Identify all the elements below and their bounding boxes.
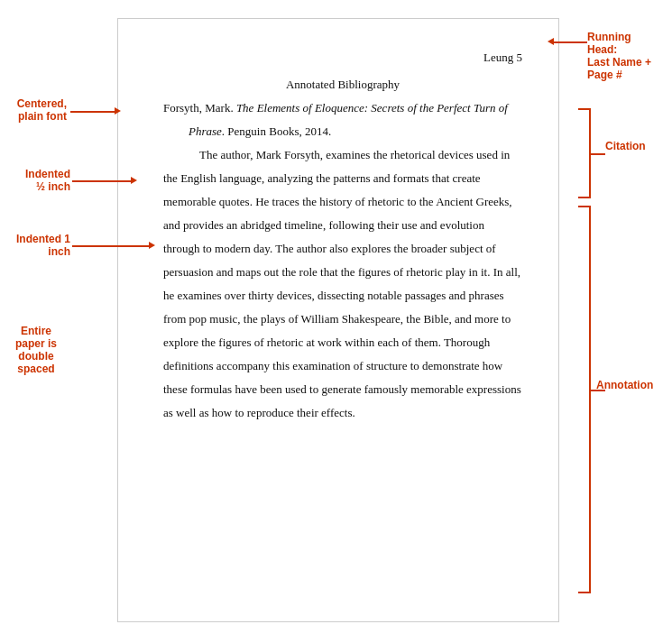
citation-block: Forsyth, Mark. The Elements of Eloquence… <box>163 96 522 143</box>
page-title: Annotated Bibliography <box>163 73 522 96</box>
label-double-spaced: Entire paper is double spaced <box>0 325 72 375</box>
label-annotation: Annotation <box>596 379 668 391</box>
citation-author: Forsyth, Mark. The Elements of Eloquence… <box>163 101 508 115</box>
arrowhead-indented-1 <box>149 242 155 249</box>
label-indented-1: Indented 1 inch <box>2 233 70 258</box>
running-head: Leung 5 <box>163 46 522 69</box>
arrow-indented-1 <box>72 245 152 247</box>
arrowhead-running-head <box>548 38 554 45</box>
annotation-block: The author, Mark Forsyth, examines the r… <box>163 143 522 425</box>
document-page: Leung 5 Annotated Bibliography Forsyth, … <box>117 18 559 622</box>
line-annotation <box>591 390 605 391</box>
running-head-text: Leung 5 <box>483 46 522 69</box>
arrowhead-centered <box>115 107 121 115</box>
arrow-running-head <box>551 41 587 43</box>
label-citation: Citation <box>605 140 668 152</box>
label-running-head: Running Head: Last Name + Page # <box>587 31 668 81</box>
citation-bracket <box>578 108 591 198</box>
line-citation <box>591 153 605 155</box>
citation-title-cont: Phrase. Penguin Books, 2014. <box>189 124 331 138</box>
label-indented-half: Indented ½ inch <box>0 168 70 193</box>
arrow-centered <box>70 111 117 113</box>
arrowhead-indented-half <box>131 177 137 184</box>
annotation-bracket <box>578 206 591 593</box>
label-centered: Centered, plain font <box>4 97 67 123</box>
arrow-indented-half <box>72 180 133 182</box>
